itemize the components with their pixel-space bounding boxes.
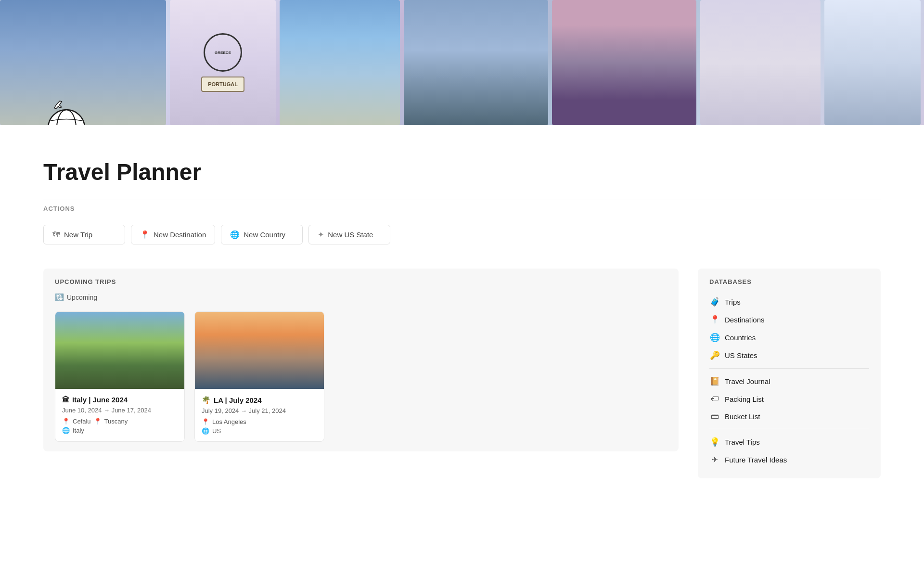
db-item-future-travel[interactable]: ✈ Future Travel Ideas bbox=[709, 451, 869, 469]
db-group-3: 💡 Travel Tips ✈ Future Travel Ideas bbox=[709, 433, 869, 469]
travel-tips-icon: 💡 bbox=[709, 437, 720, 447]
right-column: DATABASES 🧳 Trips 📍 Destinations 🌐 Count… bbox=[698, 269, 881, 478]
new-trip-label: New Trip bbox=[64, 231, 92, 239]
filter-label: Upcoming bbox=[67, 294, 97, 301]
filter-icon: 🔃 bbox=[55, 293, 64, 302]
italy-destinations: 📍 Cefalu 📍 Tuscany bbox=[62, 418, 178, 425]
italy-dates: June 10, 2024 → June 17, 2024 bbox=[62, 407, 178, 414]
trips-icon: 🧳 bbox=[709, 297, 720, 307]
new-country-label: New Country bbox=[244, 231, 285, 239]
la-emoji: 🌴 bbox=[202, 396, 211, 404]
filter-row: 🔃 Upcoming bbox=[55, 293, 667, 302]
new-destination-label: New Destination bbox=[154, 231, 206, 239]
globe-btn-icon: 🌐 bbox=[230, 230, 240, 239]
databases-title: DATABASES bbox=[709, 278, 869, 285]
la-dates: July 19, 2024 → July 21, 2024 bbox=[202, 407, 317, 414]
banner-photo-sketch bbox=[824, 0, 921, 125]
new-destination-button[interactable]: 📍 New Destination bbox=[131, 225, 215, 244]
country-icon-italy: 🌐 bbox=[62, 427, 70, 434]
trip-card-la[interactable]: 🌴 LA | July 2024 July 19, 2024 → July 21… bbox=[194, 311, 324, 442]
new-us-state-button[interactable]: ✦ New US State bbox=[308, 225, 390, 244]
banner-photo-paris bbox=[404, 0, 548, 125]
italy-country: 🌐 Italy bbox=[62, 427, 178, 434]
trip-card-image-italy bbox=[55, 312, 184, 389]
portugal-stamp: PORTUGAL bbox=[201, 77, 244, 92]
upcoming-trips-section: UPCOMING TRIPS 🔃 Upcoming 🏛 Italy | June… bbox=[43, 269, 679, 451]
countries-icon: 🌐 bbox=[709, 333, 720, 343]
left-column: UPCOMING TRIPS 🔃 Upcoming 🏛 Italy | June… bbox=[43, 269, 679, 478]
destinations-label: Destinations bbox=[725, 316, 765, 324]
db-item-packing-list[interactable]: 🏷 Packing List bbox=[709, 390, 869, 408]
la-destinations: 📍 Los Angeles bbox=[202, 418, 317, 425]
db-item-countries[interactable]: 🌐 Countries bbox=[709, 329, 869, 346]
packing-list-icon: 🏷 bbox=[709, 394, 720, 404]
us-states-icon: 🔑 bbox=[709, 350, 720, 360]
page-title: Travel Planner bbox=[43, 159, 881, 185]
future-travel-icon: ✈ bbox=[709, 455, 720, 465]
trip-card-title-italy: 🏛 Italy | June 2024 bbox=[62, 396, 178, 404]
destination-icon-la: 📍 bbox=[202, 418, 209, 425]
db-item-destinations[interactable]: 📍 Destinations bbox=[709, 311, 869, 329]
us-states-label: US States bbox=[725, 351, 757, 359]
trip-card-body-italy: 🏛 Italy | June 2024 June 10, 2024 → June… bbox=[55, 389, 184, 441]
bucket-list-label: Bucket List bbox=[725, 412, 760, 421]
two-col-layout: UPCOMING TRIPS 🔃 Upcoming 🏛 Italy | June… bbox=[43, 269, 881, 478]
trips-label: Trips bbox=[725, 298, 741, 306]
new-country-button[interactable]: 🌐 New Country bbox=[221, 225, 303, 244]
travel-journal-label: Travel Journal bbox=[725, 377, 770, 385]
destinations-icon: 📍 bbox=[709, 315, 720, 325]
trip-card-body-la: 🌴 LA | July 2024 July 19, 2024 → July 21… bbox=[195, 389, 324, 441]
db-group-2: 📔 Travel Journal 🏷 Packing List 🗃 Bucket… bbox=[709, 372, 869, 425]
la-country: 🌐 US bbox=[202, 427, 317, 435]
travel-journal-icon: 📔 bbox=[709, 376, 720, 386]
trip-card-image-la bbox=[195, 312, 324, 389]
actions-section: ACTIONS 🗺 New Trip 📍 New Destination 🌐 N… bbox=[43, 200, 881, 244]
header-banner: GREECE PORTUGAL bbox=[0, 0, 924, 125]
country-icon-la: 🌐 bbox=[202, 427, 209, 435]
star-icon: ✦ bbox=[318, 230, 324, 239]
actions-row: 🗺 New Trip 📍 New Destination 🌐 New Count… bbox=[43, 225, 881, 244]
trip-card-italy[interactable]: 🏛 Italy | June 2024 June 10, 2024 → June… bbox=[55, 311, 185, 442]
db-item-us-states[interactable]: 🔑 US States bbox=[709, 346, 869, 364]
packing-list-label: Packing List bbox=[725, 395, 764, 403]
db-item-bucket-list[interactable]: 🗃 Bucket List bbox=[709, 408, 869, 425]
travel-tips-label: Travel Tips bbox=[725, 438, 760, 446]
trip-cards-container: 🏛 Italy | June 2024 June 10, 2024 → June… bbox=[55, 311, 667, 442]
db-divider-1 bbox=[709, 368, 869, 369]
databases-section: DATABASES 🧳 Trips 📍 Destinations 🌐 Count… bbox=[698, 269, 881, 478]
svg-point-0 bbox=[48, 110, 85, 125]
main-content: Travel Planner ACTIONS 🗺 New Trip 📍 New … bbox=[0, 125, 924, 498]
countries-label: Countries bbox=[725, 333, 756, 342]
destination-icon-1: 📍 bbox=[62, 418, 70, 425]
map-icon: 🗺 bbox=[52, 231, 60, 239]
trip-card-title-la: 🌴 LA | July 2024 bbox=[202, 396, 317, 404]
actions-label: ACTIONS bbox=[43, 200, 881, 217]
banner-photo-stamps: GREECE PORTUGAL bbox=[170, 0, 276, 125]
future-travel-label: Future Travel Ideas bbox=[725, 456, 787, 464]
bucket-list-icon: 🗃 bbox=[709, 411, 720, 421]
page-icon-area bbox=[38, 99, 91, 125]
banner-photo-cliffs bbox=[280, 0, 400, 125]
destination-icon-2: 📍 bbox=[94, 418, 102, 425]
pin-icon: 📍 bbox=[140, 230, 150, 239]
db-divider-2 bbox=[709, 429, 869, 429]
db-item-travel-tips[interactable]: 💡 Travel Tips bbox=[709, 433, 869, 451]
banner-photo-light bbox=[700, 0, 821, 125]
upcoming-trips-title: UPCOMING TRIPS bbox=[55, 278, 667, 285]
new-us-state-label: New US State bbox=[328, 231, 373, 239]
banner-photo-palms bbox=[552, 0, 696, 125]
globe-icon bbox=[38, 99, 91, 125]
db-item-trips[interactable]: 🧳 Trips bbox=[709, 293, 869, 311]
db-item-travel-journal[interactable]: 📔 Travel Journal bbox=[709, 372, 869, 390]
new-trip-button[interactable]: 🗺 New Trip bbox=[43, 225, 125, 244]
greece-stamp: GREECE bbox=[204, 33, 242, 72]
italy-emoji: 🏛 bbox=[62, 396, 69, 404]
db-group-1: 🧳 Trips 📍 Destinations 🌐 Countries 🔑 US … bbox=[709, 293, 869, 364]
